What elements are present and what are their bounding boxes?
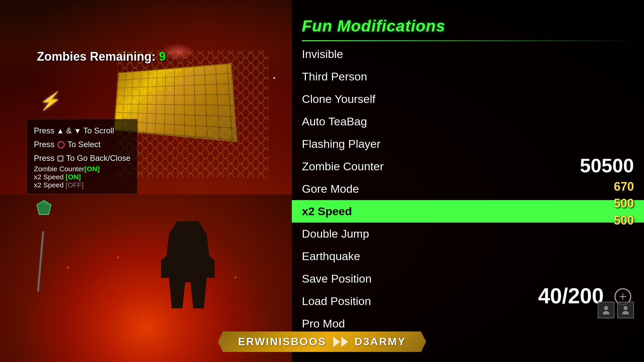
banner-arrow-1 [333, 337, 340, 347]
ammo-separator: / [562, 284, 568, 308]
menu-item-pro-mod[interactable]: Pro Mod [292, 312, 644, 335]
main-score: 50500 [580, 154, 634, 177]
menu-item-earthquake[interactable]: Earthquake [292, 245, 644, 267]
dpad-down-icon: ▼ [74, 127, 81, 135]
zombie-counter-on: [ON] [85, 165, 100, 173]
banner-arrow-2 [341, 337, 348, 347]
controls-back-line: Press To Go Back/Close [34, 152, 130, 165]
square-button-icon [57, 156, 63, 162]
zombies-label: Zombies Remaining: [37, 50, 156, 63]
sub-score-3: 500 [580, 212, 634, 229]
sub-score-1: 670 [580, 178, 634, 195]
lava-spark [67, 267, 68, 268]
player-icon-2 [617, 302, 634, 318]
lava-spark [117, 257, 119, 258]
menu-item-auto-teabag[interactable]: Auto TeaBag [292, 110, 644, 133]
svg-rect-3 [117, 50, 268, 178]
svg-point-6 [604, 306, 608, 310]
controls-scroll-line: Press ▲ & ▼ To Scroll [34, 124, 130, 138]
menu-item-clone-yourself[interactable]: Clone Yourself [292, 88, 644, 110]
status-x2-speed-on: x2 Speed [ON] [34, 173, 130, 181]
controls-select-line: Press To Select [34, 138, 130, 152]
menu-panel: Fun Modifications Invisible Third Person… [292, 0, 644, 362]
menu-title: Fun Modifications [292, 10, 644, 40]
menu-item-third-person[interactable]: Third Person [292, 65, 644, 88]
banner-left-text: ERWINISBOOS [238, 336, 327, 348]
banner-separator [333, 337, 348, 347]
dpad-up-icon: ▲ [57, 127, 64, 135]
title-underline [302, 40, 634, 41]
zombies-remaining-hud: Zombies Remaining: 9 [37, 50, 166, 64]
menu-item-flashing-player[interactable]: Flashing Player [292, 133, 644, 155]
ammo-current: 40 [538, 284, 562, 308]
status-x2-speed-off: x2 Speed [OFF] [34, 181, 130, 189]
sub-score-2: 500 [580, 195, 634, 212]
player-icon-1 [598, 302, 614, 318]
circle-button-icon [57, 141, 65, 148]
x2-speed-off-value: [OFF] [66, 181, 84, 189]
controls-instruction-box: Press ▲ & ▼ To Scroll Press To Select Pr… [27, 119, 138, 194]
svg-point-7 [624, 306, 628, 310]
white-dot [273, 77, 275, 79]
sub-scores: 670 500 500 [580, 178, 634, 229]
status-zombie-counter: Zombie Counter[ON] [34, 165, 130, 173]
menu-item-invisible[interactable]: Invisible [292, 43, 644, 65]
hud-stats: 50500 670 500 500 [580, 154, 634, 229]
x2-speed-on-value: [ON] [66, 173, 81, 181]
chain-link-fence [117, 50, 268, 178]
lightning-icon: ⚡ [38, 92, 63, 110]
lava-spark [235, 277, 236, 278]
zombies-count: 9 [159, 50, 166, 63]
player-icons [598, 302, 634, 318]
banner-right-text: D3ARMY [355, 336, 406, 348]
bottom-banner: ERWINISBOOS D3ARMY [218, 331, 426, 352]
ammo-counter: 40/200 [538, 284, 604, 308]
